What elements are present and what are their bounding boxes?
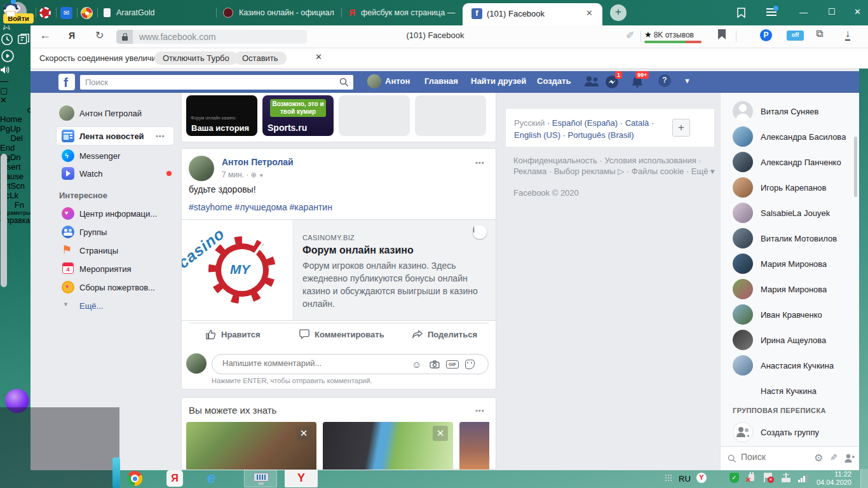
suggestion-photo[interactable]: ✕ <box>186 422 316 470</box>
contact-row[interactable]: Александра Басилова <box>720 124 859 149</box>
search-input[interactable] <box>85 76 333 88</box>
comment-input[interactable] <box>222 358 400 368</box>
turbo-feather-icon[interactable]: ✐ <box>626 29 634 41</box>
extension-generic-icon[interactable]: ⧉ <box>816 28 823 39</box>
dismiss-suggestion-icon[interactable]: ✕ <box>433 426 448 441</box>
suggestion-photo[interactable]: ✕ <box>323 422 453 470</box>
contacts-search-bar[interactable]: ⚙ ✎ <box>720 446 859 470</box>
downloads-icon[interactable]: ↓ <box>845 28 850 41</box>
account-caret-down-icon[interactable]: ▼ <box>684 77 691 85</box>
turbo-keep-button[interactable]: Оставить <box>234 51 287 65</box>
taskbar-chrome-icon[interactable] <box>127 471 142 486</box>
footer-links[interactable]: Конфиденциальность · Условия использован… <box>513 155 715 177</box>
dismiss-suggestion-icon[interactable]: ✕ <box>296 426 311 441</box>
privacy-caret-icon[interactable]: ▼ <box>259 173 264 179</box>
sidebar-item-fundraisers[interactable]: ♥ Сборы пожертвов... <box>57 278 173 296</box>
contact-row[interactable]: Виталик Мотовилов <box>720 226 859 251</box>
sidebar-item-more[interactable]: ▼ Ещё... <box>57 297 173 315</box>
tray-volume-icon[interactable] <box>0 65 10 74</box>
new-message-icon[interactable]: ✎ <box>830 452 837 463</box>
scrollbar-thumb[interactable] <box>1 154 7 287</box>
story-placeholder[interactable] <box>339 95 410 136</box>
tray-clock[interactable]: 11:22 04.04.2020 <box>812 470 851 487</box>
camera-icon[interactable] <box>430 360 440 369</box>
contacts-search-input[interactable] <box>741 452 804 462</box>
gear-icon[interactable]: ⚙ <box>814 452 823 464</box>
comment-button[interactable]: Комментировать <box>299 329 384 340</box>
suggestion-photo[interactable] <box>459 422 489 470</box>
address-bar[interactable]: www.facebook.com <box>116 30 307 44</box>
turbo-disable-button[interactable]: Отключить Турбо <box>154 51 238 65</box>
header-profile-link[interactable]: Антон <box>385 76 410 86</box>
contact-row[interactable]: Виталя Суняев <box>720 98 859 124</box>
link-preview-card[interactable]: casino MY CASINOMY.BIZ Форум онлайн кази… <box>182 219 496 321</box>
tray-language-indicator[interactable]: RU <box>679 474 691 484</box>
contact-row[interactable]: Мария Миронова <box>720 276 859 302</box>
ad-info-icon[interactable]: i <box>473 225 487 239</box>
contact-row[interactable]: Настя Кучкина <box>720 378 859 403</box>
taskbar-yandex-browser-button[interactable]: Y <box>285 470 318 487</box>
window-maximize-icon[interactable]: ☐ <box>828 7 836 17</box>
create-group-row[interactable]: Создать группу <box>720 419 859 445</box>
header-avatar[interactable] <box>367 74 381 88</box>
sidebar-item-watch[interactable]: Watch <box>57 165 173 182</box>
emoji-icon[interactable]: ☺ <box>412 359 421 370</box>
browser-menu-icon[interactable] <box>766 8 776 16</box>
contact-row[interactable]: Иван Кравченко <box>720 302 859 327</box>
window-minimize-icon[interactable]: — <box>799 8 808 18</box>
post-avatar[interactable] <box>189 156 214 181</box>
add-language-button[interactable]: + <box>672 119 690 137</box>
header-home-link[interactable]: Главная <box>424 76 458 86</box>
header-find-friends-link[interactable]: Найти друзей <box>471 76 526 86</box>
extension-cashback-off-icon[interactable]: off <box>787 30 804 41</box>
pinned-tab-mail-icon[interactable]: ✉ <box>60 7 72 19</box>
feed-options-icon[interactable]: ••• <box>156 132 165 140</box>
reviews-star-icon[interactable]: ★8K отзывов <box>644 30 694 39</box>
contact-row[interactable]: Ирина Ащеулова <box>720 327 859 353</box>
pinned-tab-casino-chip-icon[interactable] <box>39 7 51 18</box>
sidebar-item-info-center[interactable]: ♥ Центр информаци... <box>57 205 173 222</box>
bookmarks-panel-icon[interactable] <box>736 7 747 18</box>
contact-row[interactable]: Александр Панченко <box>720 149 859 175</box>
gif-icon[interactable]: GIF <box>446 360 459 369</box>
sidebar-item-events[interactable]: 4 Мероприятия <box>57 260 173 278</box>
contact-row[interactable]: Мария Миронова <box>720 251 859 276</box>
tab-close-icon[interactable]: ✕ <box>586 8 593 18</box>
window-close-icon[interactable]: ✕ <box>854 7 861 17</box>
search-icon[interactable] <box>339 78 349 87</box>
facebook-logo[interactable]: f <box>58 74 75 90</box>
new-tab-button[interactable]: + <box>610 4 627 21</box>
taskbar-ie-icon[interactable]: e <box>207 469 215 487</box>
friend-requests-icon[interactable] <box>583 75 600 88</box>
sidebar-item-groups[interactable]: Группы <box>57 223 173 241</box>
taskbar-yandex-app-icon[interactable]: Я <box>166 470 183 487</box>
facebook-search-bar[interactable] <box>80 75 353 90</box>
contacts-scrollbar-thumb[interactable] <box>854 137 857 197</box>
sidebar-collections-icon[interactable] <box>17 32 31 46</box>
sidebar-profile[interactable]: Антон Петролай <box>57 104 173 122</box>
share-button[interactable]: Поделиться <box>412 329 477 340</box>
keyboard-close-icon[interactable]: ✕ <box>0 95 17 105</box>
post-author[interactable]: Антон Петролай <box>222 157 294 167</box>
turbo-close-icon[interactable]: ✕ <box>315 52 322 62</box>
suggestions-options-icon[interactable]: ••• <box>475 407 485 414</box>
help-icon[interactable]: ? <box>658 74 671 87</box>
post-hashtags[interactable]: #stayhome #лучшедома #карантин <box>189 202 332 212</box>
pinned-tab-lifebuoy-icon[interactable] <box>81 7 93 19</box>
story-placeholder[interactable] <box>415 95 486 136</box>
tab-facebook-active[interactable]: f (101) Facebook ✕ <box>463 3 602 25</box>
back-icon[interactable]: ← <box>39 29 51 42</box>
header-create-link[interactable]: Создать <box>537 76 571 86</box>
sidebar-item-messenger[interactable]: ϟ Messenger <box>57 147 173 165</box>
reload-icon[interactable]: ↻ <box>95 29 104 41</box>
story-sports[interactable]: Возможно, это и твой кумир Sports.ru <box>262 95 334 136</box>
add-person-icon[interactable] <box>844 453 855 463</box>
tray-hidden-icons[interactable] <box>665 474 672 482</box>
contact-row[interactable]: SalsabieLa Jouyek <box>720 200 859 226</box>
taskbar-onscreen-keyboard-button[interactable] <box>244 470 277 487</box>
like-button[interactable]: Нравится <box>205 329 261 340</box>
post-options-icon[interactable]: ••• <box>475 159 485 166</box>
sidebar-item-pages[interactable]: ⚑ Страницы <box>57 241 173 259</box>
show-desktop-button[interactable] <box>860 469 868 488</box>
contact-row[interactable]: Анастасия Кучкина <box>720 353 859 378</box>
